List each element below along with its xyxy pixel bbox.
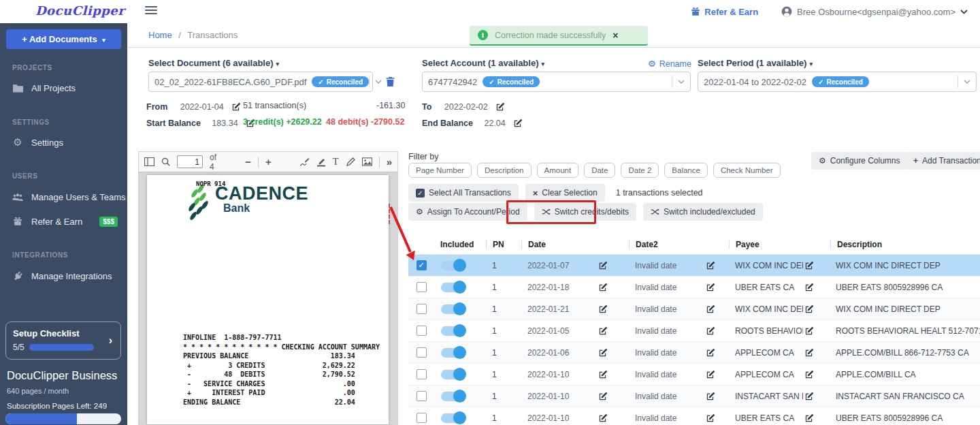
filter-pill-date2[interactable]: Date 2 [621, 163, 659, 178]
edit-icon[interactable] [598, 348, 625, 357]
row-checkbox[interactable] [416, 304, 427, 314]
chevron-down-icon[interactable] [375, 80, 382, 84]
edit-icon[interactable] [696, 370, 728, 379]
row-checkbox[interactable] [416, 369, 427, 379]
edit-icon[interactable] [803, 348, 830, 357]
row-checkbox[interactable]: ✓ [416, 260, 427, 270]
edit-icon[interactable] [803, 413, 830, 422]
row-checkbox[interactable] [416, 413, 427, 423]
filter-pill-page-number[interactable]: Page Number [408, 163, 472, 178]
highlight-icon[interactable] [316, 157, 326, 167]
switch-included-excluded-button[interactable]: Switch included/excluded [643, 203, 763, 221]
table-row[interactable]: 1 2022-01-05 Invalid date ROOTS BEHAVIOR… [408, 320, 980, 342]
included-toggle[interactable] [441, 304, 466, 314]
row-checkbox[interactable] [416, 326, 427, 336]
page-number-input[interactable] [177, 155, 203, 168]
edit-icon[interactable] [598, 392, 625, 400]
chevron-down-icon[interactable] [678, 80, 685, 84]
edit-icon[interactable] [803, 326, 830, 335]
edit-icon[interactable] [598, 304, 625, 313]
edit-icon[interactable] [696, 326, 728, 335]
edit-icon[interactable] [696, 413, 728, 422]
row-checkbox[interactable] [416, 391, 427, 401]
table-row[interactable]: 1 2022-01-06 Invalid date APPLECOM CA AP… [408, 342, 980, 364]
rename-account-link[interactable]: ⚙Rename [648, 59, 691, 69]
breadcrumb-home-link[interactable]: Home [148, 30, 172, 40]
image-tool-icon[interactable] [362, 157, 372, 166]
edit-icon[interactable] [803, 283, 830, 292]
filter-pill-date[interactable]: Date [584, 163, 615, 178]
included-toggle[interactable] [441, 392, 466, 401]
sidebar-item-manage-users[interactable]: Manage Users & Teams [0, 187, 127, 207]
sidebar-item-manage-integrations[interactable]: Manage Integrations [0, 266, 127, 286]
included-toggle[interactable] [441, 370, 466, 379]
edit-icon[interactable] [232, 102, 241, 111]
configure-columns-button[interactable]: ⚙Configure Columns [811, 152, 907, 170]
table-row[interactable]: 1 2022-01-10 Invalid date UBER EATS CA U… [408, 407, 980, 425]
edit-icon[interactable] [598, 283, 625, 292]
filter-pill-amount[interactable]: Amount [537, 163, 579, 178]
edit-icon[interactable] [696, 392, 728, 400]
select-account-label[interactable]: Select Account (1 available)▾ [422, 58, 544, 68]
add-transaction-button[interactable]: +Add Transaction [906, 152, 980, 170]
edit-icon[interactable] [598, 370, 625, 379]
included-toggle[interactable] [441, 261, 466, 270]
table-row[interactable]: 1 2022-01-21 Invalid date WIX COM INC DE… [408, 298, 980, 320]
filter-pill-description[interactable]: Description [477, 163, 532, 178]
edit-icon[interactable] [514, 119, 523, 127]
draw-icon[interactable] [299, 157, 310, 166]
text-tool-icon[interactable]: T [333, 156, 339, 168]
edit-icon[interactable] [598, 326, 625, 335]
toolbar-more-icon[interactable]: » [387, 156, 392, 168]
edit-icon[interactable] [696, 304, 728, 313]
clear-selection-button[interactable]: ×Clear Selection [525, 184, 605, 202]
edit-icon[interactable] [696, 283, 728, 292]
sidebar-item-all-projects[interactable]: All Projects [0, 78, 127, 98]
edit-icon[interactable] [598, 261, 625, 270]
user-menu[interactable]: Bree Osbourne<dgsenpai@yahoo.com> [781, 6, 968, 17]
filter-pill-check-number[interactable]: Check Number [713, 163, 781, 178]
included-toggle[interactable] [441, 413, 466, 423]
select-all-transactions-button[interactable]: ✓Select All Transactions [408, 184, 519, 202]
edit-icon[interactable] [696, 348, 728, 357]
select-document-label[interactable]: Select Document (6 available)▾ [148, 58, 279, 68]
table-row[interactable]: ✓ 1 2022-01-07 Invalid date WIX COM INC … [408, 255, 980, 277]
sidebar-toggle-icon[interactable] [144, 157, 154, 166]
table-row[interactable]: 1 2022-01-10 Invalid date INSTACART SAN … [408, 385, 980, 407]
trash-icon[interactable] [385, 76, 395, 87]
sidebar-item-refer-earn[interactable]: Refer & Earn $$$ [0, 211, 127, 232]
row-checkbox[interactable] [416, 282, 427, 292]
edit-icon[interactable] [803, 261, 830, 270]
table-row[interactable]: 1 2022-01-18 Invalid date UBER EATS CA U… [408, 277, 980, 298]
edit-icon[interactable] [696, 261, 728, 270]
select-period-label[interactable]: Select Period (1 available)▾ [698, 58, 813, 68]
row-payee: UBER EATS CA [728, 283, 803, 292]
included-toggle[interactable] [441, 348, 466, 358]
edit-icon[interactable] [803, 304, 830, 313]
included-toggle[interactable] [441, 326, 466, 336]
zoom-in-icon[interactable]: + [265, 156, 272, 168]
period-select[interactable]: 2022-01-04 to 2022-02-02 ✓Reconciled [698, 72, 977, 92]
chevron-down-icon[interactable] [964, 80, 970, 84]
switch-credits-debits-button[interactable]: Switch credits/debits [534, 203, 636, 221]
edit-icon[interactable] [803, 370, 830, 379]
close-icon[interactable]: × [612, 31, 618, 40]
document-select[interactable]: 02_02_2022-61FB8ECA.G60_PDF.pdf ✓Reconci… [148, 72, 373, 92]
included-toggle[interactable] [441, 283, 466, 292]
hamburger-menu-icon[interactable] [145, 6, 157, 16]
search-icon[interactable] [161, 157, 170, 166]
sidebar-item-settings[interactable]: ⚙ Settings [0, 132, 127, 153]
zoom-out-icon[interactable]: − [245, 156, 251, 168]
row-checkbox[interactable] [416, 347, 427, 358]
edit-icon[interactable] [803, 392, 830, 400]
edit-icon[interactable] [598, 413, 625, 422]
filter-pill-balance[interactable]: Balance [664, 163, 708, 178]
assign-to-account-period-button[interactable]: ⚙Assign To Account/Period [408, 203, 527, 221]
add-documents-button[interactable]: + Add Documents ▾ [6, 29, 121, 49]
setup-checklist-card[interactable]: Setup Checklist 5/5 › [5, 321, 121, 360]
refer-earn-link[interactable]: Refer & Earn [691, 7, 758, 17]
ink-pen-icon[interactable] [346, 157, 355, 167]
edit-icon[interactable] [496, 102, 505, 111]
account-select[interactable]: 6747742942 ✓Reconciled [422, 72, 691, 92]
table-row[interactable]: 1 2022-01-10 Invalid date APPLECOM CA AP… [408, 364, 980, 385]
